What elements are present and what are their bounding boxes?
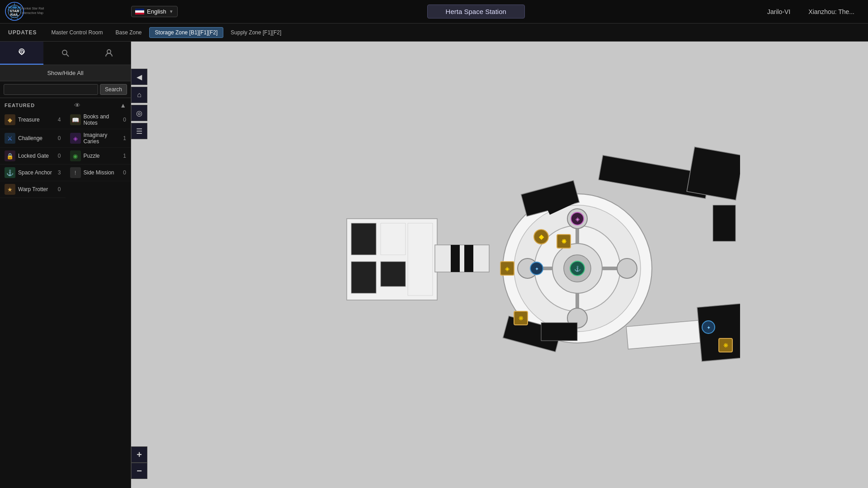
search-button[interactable]: Search	[100, 84, 127, 95]
tab-base-zone[interactable]: Base Zone	[110, 28, 147, 38]
location-button[interactable]: Herta Space Station	[427, 5, 525, 19]
nav-xianzhou[interactable]: Xianzhou: The...	[808, 8, 854, 15]
cat-puzzle-label: Puzzle	[84, 153, 118, 159]
featured-label: FEATURED	[5, 103, 35, 108]
category-item-puzzle[interactable]: ◉ Puzzle 1	[66, 148, 131, 164]
svg-text:◈: ◈	[505, 265, 509, 272]
map-area[interactable]: ◀ ⌂ ◎ ☰ + −	[131, 42, 868, 488]
language-selector[interactable]: English ▼	[131, 6, 178, 17]
cat-space-anchor-count: 3	[56, 169, 61, 176]
map-zoom-controls: + −	[131, 446, 147, 479]
marker-space-anchor-2: ✦	[530, 262, 543, 275]
svg-line-11	[66, 54, 69, 56]
marker-treasure-3: ◈	[500, 262, 514, 275]
svg-text:Interactive Map: Interactive Map	[22, 11, 43, 15]
cat-locked-gate-count: 0	[56, 153, 61, 159]
category-item-books[interactable]: 📖 Books and Notes 0	[66, 111, 131, 129]
map-target-button[interactable]: ◎	[131, 105, 147, 121]
cat-treasure-count: 4	[56, 117, 61, 123]
search-row: Search	[0, 81, 131, 98]
svg-point-35	[617, 258, 637, 278]
cat-imaginary-label: Imaginary Caries	[84, 132, 118, 145]
imaginary-icon: ◈	[70, 133, 81, 144]
map-list-button[interactable]: ☰	[131, 123, 147, 139]
cat-challenge-count: 0	[56, 135, 61, 141]
back-icon: ◀	[137, 73, 142, 81]
cat-side-mission-count: 0	[121, 169, 126, 176]
tab-storage-zone[interactable]: Storage Zone [B1][F1][F2]	[149, 27, 224, 38]
chevron-down-icon: ▼	[169, 9, 174, 14]
map-home-button[interactable]: ⌂	[131, 87, 147, 103]
svg-text:❋: ❋	[723, 342, 728, 349]
category-item-warp-trotter[interactable]: ★ Warp Trotter 0	[0, 181, 66, 198]
target-icon: ◎	[136, 109, 142, 117]
flag-icon	[135, 9, 144, 14]
logo-area: HONKAI STAR RAIL Honkai Star Rail Intera…	[0, 1, 131, 22]
nav-jarilo[interactable]: Jarilo-VI	[767, 8, 790, 15]
space-anchor-icon: ⚓	[5, 167, 15, 178]
eye-icon[interactable]: 👁	[74, 102, 80, 109]
side-mission-icon: !	[70, 167, 81, 178]
search-input[interactable]	[4, 84, 98, 95]
cat-treasure-label: Treasure	[18, 117, 53, 123]
updates-badge: UPDATES	[5, 28, 40, 38]
tab-master-control-room[interactable]: Master Control Room	[46, 28, 108, 38]
svg-rect-19	[408, 223, 433, 296]
marker-treasure-1: ◆	[534, 230, 548, 244]
svg-text:❋: ❋	[518, 315, 523, 322]
top-nav: HONKAI STAR RAIL Honkai Star Rail Intera…	[0, 0, 868, 23]
svg-rect-17	[381, 223, 406, 255]
category-item-space-anchor[interactable]: ⚓ Space Anchor 3	[0, 164, 66, 181]
svg-text:Honkai Star Rail: Honkai Star Rail	[21, 7, 44, 10]
tab-supply-zone[interactable]: Supply Zone [F1][F2]	[225, 28, 287, 38]
cat-warp-trotter-count: 0	[56, 186, 61, 192]
category-item-side-mission[interactable]: ! Side Mission 0	[66, 164, 131, 181]
sidebar-search-icon[interactable]	[43, 42, 87, 65]
marker-treasure-4: ❋	[514, 311, 528, 325]
marker-space-anchor-3: ✦	[702, 321, 715, 333]
zoom-out-button[interactable]: −	[131, 463, 147, 479]
home-icon: ⌂	[137, 91, 142, 99]
cat-warp-trotter-label: Warp Trotter	[18, 186, 53, 192]
svg-rect-16	[351, 262, 376, 293]
map-svg: ◆ ❋ ⚓ ✦	[333, 128, 740, 399]
app-logo: HONKAI STAR RAIL Honkai Star Rail Intera…	[5, 1, 45, 22]
map-back-button[interactable]: ◀	[131, 69, 147, 85]
cat-puzzle-count: 1	[121, 153, 126, 159]
second-nav: UPDATES Master Control Room Base Zone St…	[0, 23, 868, 42]
cat-side-mission-label: Side Mission	[84, 169, 118, 176]
marker-imaginary: ◈	[571, 212, 584, 225]
sidebar-user-icon[interactable]	[87, 42, 131, 65]
svg-text:✦: ✦	[534, 266, 538, 272]
zoom-in-button[interactable]: +	[131, 446, 147, 463]
svg-rect-21	[451, 245, 460, 272]
nav-locations: Jarilo-VI Xianzhou: The...	[767, 8, 868, 15]
sidebar-map-icon[interactable]	[0, 42, 43, 65]
warp-trotter-icon: ★	[5, 184, 15, 195]
chevron-up-icon[interactable]: ▲	[120, 102, 126, 109]
svg-rect-15	[351, 223, 376, 255]
svg-rect-42	[713, 205, 736, 241]
svg-rect-22	[464, 245, 473, 272]
svg-rect-20	[435, 245, 489, 272]
language-label: English	[147, 8, 166, 15]
category-item-imaginary[interactable]: ◈ Imaginary Caries 1	[66, 129, 131, 148]
svg-rect-18	[381, 262, 406, 286]
challenge-icon: ⚔	[5, 133, 15, 144]
books-icon: 📖	[70, 114, 81, 125]
category-item-treasure[interactable]: ◆ Treasure 4	[0, 111, 66, 129]
cat-challenge-label: Challenge	[18, 135, 53, 141]
sidebar: Show/Hide All Search FEATURED 👁 ▲ ◆ Trea…	[0, 42, 131, 488]
svg-point-10	[62, 50, 67, 55]
treasure-icon: ◆	[5, 114, 15, 125]
show-hide-all-button[interactable]: Show/Hide All	[0, 65, 131, 81]
svg-text:⚓: ⚓	[574, 265, 580, 272]
category-item-challenge[interactable]: ⚔ Challenge 0	[0, 129, 66, 148]
cat-locked-gate-label: Locked Gate	[18, 153, 53, 159]
featured-header: FEATURED 👁 ▲	[0, 98, 131, 111]
category-item-locked-gate[interactable]: 🔒 Locked Gate 0	[0, 148, 66, 164]
cat-books-count: 0	[121, 117, 126, 123]
svg-text:◈: ◈	[575, 216, 580, 222]
marker-treasure-2: ❋	[557, 235, 571, 248]
marker-space-anchor-1: ⚓	[570, 261, 585, 276]
